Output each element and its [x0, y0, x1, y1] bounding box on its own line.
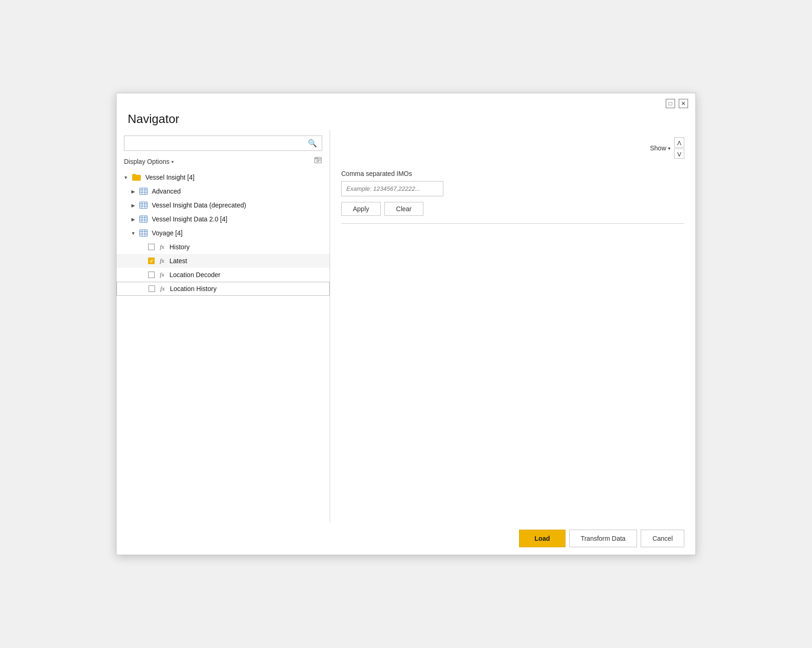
tree-item-history[interactable]: ▶ fx History	[117, 240, 330, 254]
checkbox-location-history[interactable]	[149, 285, 155, 292]
svg-rect-24	[140, 230, 147, 236]
tree-item-location-decoder[interactable]: ▶ fx Location Decoder	[117, 268, 330, 282]
navigator-window: □ ✕ Navigator 🔍 Display Options ▾	[116, 93, 696, 555]
right-panel: Show ▾ ⋀ ⋁ Comma separated IMOs Apply Cl…	[330, 130, 695, 522]
title-bar: □ ✕	[117, 93, 695, 112]
display-options-button[interactable]: Display Options ▾	[124, 158, 174, 165]
search-icon-button[interactable]: 🔍	[303, 136, 322, 150]
tree-item-vessel-insight[interactable]: ▼ Vessel Insight [4]	[117, 170, 330, 184]
divider	[341, 223, 684, 224]
expand-icon-voyage[interactable]: ▼	[130, 229, 137, 237]
func-icon-location-history: fx	[158, 285, 167, 293]
tree-item-location-history[interactable]: ▶ fx Location History	[117, 282, 330, 296]
expand-icon-vessel-insight[interactable]: ▼	[122, 174, 130, 181]
search-input[interactable]	[124, 137, 303, 150]
up-down-buttons: ⋀ ⋁	[674, 137, 684, 159]
tree-label-voyage: Voyage [4]	[152, 229, 182, 237]
tree-label-advanced: Advanced	[152, 188, 181, 195]
close-button[interactable]: ✕	[679, 99, 688, 108]
expand-icon-vid-deprecated[interactable]: ▶	[130, 201, 137, 209]
table-icon-advanced	[139, 187, 148, 195]
toolbar-row: Display Options ▾	[124, 156, 322, 167]
show-label: Show	[650, 144, 666, 152]
tree-item-advanced[interactable]: ▶ Advanced	[117, 184, 330, 198]
clear-button[interactable]: Clear	[384, 202, 423, 216]
expand-icon-advanced[interactable]: ▶	[130, 188, 137, 195]
transform-data-button[interactable]: Transform Data	[569, 530, 637, 547]
tree-label-location-decoder: Location Decoder	[169, 271, 221, 279]
svg-rect-19	[140, 216, 147, 222]
tree-item-vid-deprecated[interactable]: ▶ Vessel Insight Data (deprecated)	[117, 198, 330, 212]
load-button[interactable]: Load	[519, 530, 565, 547]
left-panel: 🔍 Display Options ▾	[117, 130, 330, 522]
page-title: Navigator	[117, 112, 695, 130]
expand-icon-vid2[interactable]: ▶	[130, 215, 137, 223]
show-dropdown-button[interactable]: Show ▾	[650, 144, 670, 152]
display-options-label: Display Options	[124, 158, 169, 165]
scroll-up-button[interactable]: ⋀	[674, 137, 684, 148]
scroll-down-button[interactable]: ⋁	[674, 149, 684, 159]
show-chevron-icon: ▾	[668, 146, 670, 151]
tree-label-vid2: Vessel Insight Data 2.0 [4]	[152, 215, 227, 223]
tree-item-voyage[interactable]: ▼ Voyage [4]	[117, 226, 330, 240]
table-icon-voyage	[139, 229, 148, 237]
refresh-icon-button[interactable]	[314, 156, 322, 167]
tree-label-history: History	[169, 243, 190, 251]
checkbox-latest[interactable]	[148, 258, 155, 264]
title-bar-controls: □ ✕	[666, 99, 688, 108]
func-icon-history: fx	[157, 243, 167, 251]
svg-rect-14	[140, 202, 147, 208]
show-and-arrows: Show ▾ ⋀ ⋁	[341, 137, 684, 159]
display-options-chevron-icon: ▾	[171, 159, 174, 164]
imos-section: Comma separated IMOs Apply Clear	[341, 170, 684, 231]
tree-item-latest[interactable]: ▶ fx Latest	[117, 254, 330, 268]
svg-rect-9	[140, 188, 147, 194]
imos-buttons: Apply Clear	[341, 202, 684, 216]
svg-rect-7	[317, 161, 318, 162]
svg-rect-8	[318, 161, 319, 162]
imos-input[interactable]	[341, 181, 443, 196]
svg-rect-5	[318, 160, 319, 161]
search-bar: 🔍	[124, 136, 322, 151]
checkbox-history[interactable]	[148, 244, 155, 250]
func-icon-latest: fx	[157, 257, 167, 265]
cancel-button[interactable]: Cancel	[641, 530, 684, 547]
tree-label-vessel-insight: Vessel Insight [4]	[145, 174, 195, 181]
tree-label-location-history: Location History	[170, 285, 216, 292]
folder-icon-vessel-insight	[131, 173, 142, 181]
footer: Load Transform Data Cancel	[117, 522, 695, 555]
tree-item-vid2[interactable]: ▶ Vessel Insight Data 2.0 [4]	[117, 212, 330, 226]
svg-rect-6	[319, 160, 320, 161]
svg-rect-4	[317, 160, 318, 161]
apply-button[interactable]: Apply	[341, 202, 381, 216]
table-icon-vid-deprecated	[139, 201, 148, 209]
tree-container: ▼ Vessel Insight [4] ▶	[117, 170, 330, 517]
checkbox-location-decoder[interactable]	[148, 272, 155, 278]
refresh-icon	[314, 156, 322, 165]
imos-label: Comma separated IMOs	[341, 170, 684, 177]
table-icon-vid2	[139, 215, 148, 223]
tree-label-vid-deprecated: Vessel Insight Data (deprecated)	[152, 201, 246, 209]
func-icon-location-decoder: fx	[157, 271, 167, 279]
tree-label-latest: Latest	[169, 257, 187, 265]
minimize-button[interactable]: □	[666, 99, 675, 108]
main-content: 🔍 Display Options ▾	[117, 130, 695, 522]
